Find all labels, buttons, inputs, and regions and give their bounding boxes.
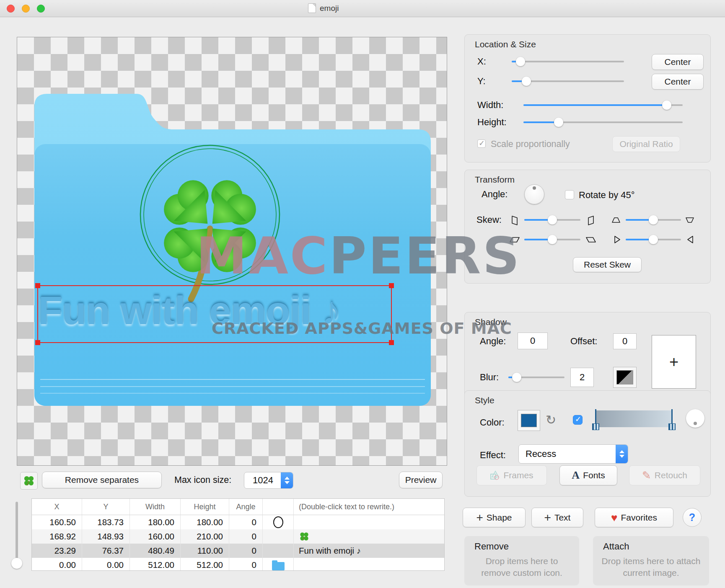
effect-dropdown[interactable]: Recess — [518, 444, 628, 464]
skew-vertical-slider[interactable] — [524, 215, 580, 224]
gradient-angle-knob[interactable] — [686, 409, 704, 428]
shadow-angle-label: Angle: — [480, 336, 506, 347]
trapezoid-narrow-top-icon — [611, 214, 621, 225]
layers-table[interactable]: X Y Width Height Angle (Double-click tex… — [31, 498, 445, 571]
remove-dropzone[interactable]: Remove Drop items here to remove custom … — [464, 536, 579, 585]
selection-rectangle[interactable] — [37, 285, 392, 343]
dropdown-stepper-icon — [281, 472, 293, 488]
skew-vertical-right-icon — [585, 214, 596, 225]
retouch-button[interactable]: ✎ Retouch — [629, 465, 700, 485]
header-icon[interactable] — [263, 499, 294, 515]
folder-image — [34, 94, 431, 406]
frames-icon — [490, 470, 500, 480]
add-shape-button[interactable]: + Shape — [463, 508, 526, 527]
clover-icon — [23, 475, 35, 487]
selection-handle-top-left[interactable] — [35, 283, 40, 288]
window-title: emoji — [320, 4, 339, 13]
favorites-button[interactable]: ♥ Favorites — [595, 508, 673, 527]
perspective-horizontal-slider[interactable] — [626, 235, 681, 244]
refresh-color-icon[interactable]: ↻ — [546, 413, 556, 427]
titlebar: emoji — [0, 0, 725, 17]
color-swatch-button[interactable] — [518, 410, 540, 431]
remove-separates-button[interactable]: Remove separates — [42, 472, 162, 488]
dropdown-stepper-icon — [616, 445, 628, 463]
shadow-color-well[interactable] — [613, 367, 637, 388]
add-text-button[interactable]: + Text — [531, 508, 583, 527]
location-size-panel: Location & Size X: Center Y: Center Widt… — [464, 34, 711, 162]
width-label: Width: — [477, 100, 503, 111]
perspective-vertical-slider[interactable] — [626, 215, 681, 224]
trapezoid-narrow-bottom-icon — [684, 214, 695, 225]
x-slider[interactable] — [512, 57, 624, 66]
header-y[interactable]: Y — [82, 499, 130, 515]
zoom-button[interactable] — [37, 5, 45, 13]
shadow-offset-field[interactable]: 0 — [613, 333, 637, 349]
selection-handle-bottom-right[interactable] — [389, 340, 394, 345]
gradient-preview — [596, 410, 673, 427]
gradient-bar[interactable] — [592, 409, 676, 430]
table-zoom-slider[interactable] — [14, 502, 19, 569]
rotate-45-checkbox[interactable] — [565, 190, 574, 199]
table-row-selected[interactable]: 23.29 76.37 480.49 110.00 0 Fun with emo… — [32, 544, 444, 558]
header-angle[interactable]: Angle — [229, 499, 263, 515]
rotate-45-label: Rotate by 45° — [579, 190, 635, 201]
plus-icon: + — [544, 512, 551, 524]
original-ratio-button[interactable]: Original Ratio — [612, 136, 680, 152]
remove-dropzone-title: Remove — [474, 541, 509, 552]
header-text[interactable]: (Double-click text to rewrite.) — [294, 499, 444, 515]
height-slider[interactable] — [523, 118, 683, 127]
effect-value: Recess — [519, 449, 616, 459]
preview-button[interactable]: Preview — [399, 472, 443, 488]
angle-knob[interactable] — [524, 184, 544, 204]
selection-handle-bottom-left[interactable] — [35, 340, 40, 345]
angle-label: Angle: — [482, 189, 508, 200]
document-icon — [308, 3, 316, 13]
width-slider[interactable] — [523, 101, 683, 110]
selection-handle-top-right[interactable] — [389, 283, 394, 288]
scale-proportionally-checkbox[interactable] — [477, 139, 486, 148]
effect-label: Effect: — [480, 450, 506, 461]
location-size-title: Location & Size — [475, 39, 536, 49]
table-row[interactable]: 0.00 0.00 512.00 512.00 0 — [32, 558, 444, 571]
y-label: Y: — [477, 76, 486, 87]
editor-canvas[interactable]: Fun with emoji ♪ — [17, 37, 447, 466]
header-x[interactable]: X — [32, 499, 82, 515]
shadow-angle-field[interactable]: 0 — [518, 333, 548, 349]
triangle-right-icon — [611, 234, 622, 245]
scale-proportionally-label: Scale proportionally — [491, 139, 570, 150]
window-title-group: emoji — [308, 3, 339, 13]
center-y-button[interactable]: Center — [652, 74, 704, 90]
gradient-handle-right[interactable] — [668, 409, 676, 430]
help-button[interactable]: ? — [683, 508, 702, 527]
style-panel: Style Color: ↻ Effect: Recess Frames A F… — [464, 390, 711, 497]
max-icon-size-value: 1024 — [244, 475, 281, 486]
close-button[interactable] — [7, 5, 15, 13]
reset-skew-button[interactable]: Reset Skew — [573, 257, 642, 272]
skew-horizontal-left-icon — [509, 234, 520, 245]
shadow-blur-slider[interactable] — [508, 373, 564, 382]
shadow-add-well[interactable]: + — [652, 335, 696, 389]
x-label: X: — [477, 56, 486, 67]
header-width[interactable]: Width — [130, 499, 181, 515]
height-label: Height: — [477, 117, 507, 128]
clover-thumbnail-button[interactable] — [20, 472, 38, 490]
shadow-blur-field[interactable]: 2 — [570, 368, 594, 387]
shadow-blur-label: Blur: — [480, 372, 499, 383]
center-x-button[interactable]: Center — [652, 54, 704, 70]
gradient-handle-left[interactable] — [592, 409, 600, 430]
header-height[interactable]: Height — [181, 499, 229, 515]
fonts-button[interactable]: A Fonts — [559, 465, 617, 485]
attach-dropzone[interactable]: Attach Drop items here to attach current… — [593, 536, 709, 585]
attach-dropzone-title: Attach — [603, 541, 629, 552]
y-slider[interactable] — [512, 77, 624, 86]
shadow-title: Shadow — [475, 317, 507, 327]
minimize-button[interactable] — [22, 5, 30, 13]
max-icon-size-dropdown[interactable]: 1024 — [244, 472, 293, 489]
gradient-enabled-checkbox[interactable] — [573, 415, 583, 425]
table-row[interactable]: 168.92 148.93 160.00 210.00 0 — [32, 529, 444, 544]
skew-horizontal-slider[interactable] — [524, 235, 580, 244]
pencil-icon: ✎ — [642, 469, 651, 482]
table-row[interactable]: 160.50 183.73 180.00 180.00 0 — [32, 515, 444, 529]
max-icon-size-label: Max icon size: — [174, 475, 231, 485]
frames-button[interactable]: Frames — [476, 465, 547, 485]
